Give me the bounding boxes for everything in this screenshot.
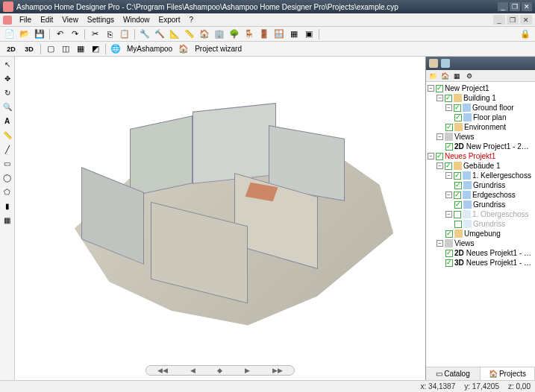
nav-center-icon[interactable]: ◆ (217, 367, 222, 374)
tree-building[interactable]: −Gebäude 1 (428, 161, 534, 171)
measure-icon[interactable]: 📏 (1, 129, 13, 142)
nav-control[interactable]: ◀◀ ◀ ◆ ▶ ▶▶ (146, 365, 295, 376)
view-icon[interactable]: ◩ (89, 42, 102, 55)
tree-views[interactable]: −Views (428, 132, 534, 142)
tree-floorplan[interactable]: Floor plan (428, 113, 534, 122)
tool-icon[interactable]: 🪑 (243, 28, 256, 40)
globe-icon[interactable]: 🌐 (109, 42, 122, 55)
grid-icon[interactable]: ▦ (1, 214, 13, 227)
tree-project[interactable]: −Neues Projekt1 (428, 151, 534, 161)
tab-catalog[interactable]: ▭Catalog (426, 367, 481, 380)
line-icon[interactable]: ╱ (1, 143, 13, 156)
view-icon[interactable]: ◫ (59, 42, 72, 55)
tree-views[interactable]: −Views (428, 238, 534, 248)
tool-icon[interactable]: 📏 (183, 28, 196, 40)
tree-view-2d[interactable]: 2DNew Project1 - 2D View (428, 142, 534, 151)
fill-icon[interactable]: ▮ (1, 200, 13, 212)
circle-icon[interactable]: ◯ (1, 171, 13, 184)
tree-floor[interactable]: −Erdgeschoss (428, 190, 534, 200)
text-icon[interactable]: A (1, 115, 13, 127)
panel-toolbar: 📁 🏠 ▦ ⚙ (426, 70, 535, 82)
tree-view-3d[interactable]: 3DNeues Projekt1 - 3D-Ansich (428, 258, 534, 268)
tab-3d[interactable]: 3D (21, 42, 37, 55)
project-tree[interactable]: −New Project1 −Building 1 −Ground floor … (426, 82, 535, 367)
view-icon[interactable]: ▦ (74, 42, 87, 55)
tree-floor[interactable]: −Ground floor (428, 103, 534, 113)
tool-icon[interactable]: ▦ (287, 28, 301, 40)
tree-floor[interactable]: −1. Kellergeschoss (428, 171, 534, 180)
tool-icon[interactable]: 🔨 (153, 28, 166, 40)
render-canvas[interactable] (23, 63, 417, 374)
tree-project[interactable]: −New Project1 (428, 83, 534, 93)
rect-icon[interactable]: ▭ (1, 157, 13, 170)
viewport-3d[interactable]: ◀◀ ◀ ◆ ▶ ▶▶ (15, 57, 425, 380)
pan-icon[interactable]: ✥ (1, 72, 13, 85)
poly-icon[interactable]: ⬠ (1, 186, 13, 198)
menu-help[interactable]: ? (184, 14, 198, 25)
redo-icon[interactable]: ↷ (68, 28, 81, 40)
paste-icon[interactable]: 📋 (118, 28, 131, 40)
select-icon[interactable]: ↖ (1, 58, 13, 71)
toolbar-view: 2D 3D ▢ ◫ ▦ ◩ 🌐 MyAshampoo 🏠 Project wiz… (0, 42, 535, 57)
mdi-close-button[interactable]: ✕ (520, 15, 532, 25)
mdi-restore-button[interactable]: ❐ (507, 15, 519, 25)
zoom-icon[interactable]: 🔍 (1, 101, 13, 113)
help-icon[interactable]: 🔒 (519, 28, 532, 40)
menu-settings[interactable]: Settings (83, 14, 119, 25)
tool-icon[interactable]: 🚪 (257, 28, 271, 40)
tool-icon[interactable]: 🪟 (272, 28, 286, 40)
separator (49, 29, 50, 39)
close-button[interactable]: ✕ (522, 2, 532, 11)
tree-building[interactable]: −Building 1 (428, 93, 534, 103)
panel-tool-icon[interactable]: 🏠 (440, 71, 450, 80)
project-wizard-link[interactable]: Project wizard (192, 45, 245, 53)
myashampoo-link[interactable]: MyAshampoo (124, 45, 175, 53)
nav-back-icon[interactable]: ◀ (190, 367, 195, 374)
menu-export[interactable]: Export (154, 14, 185, 25)
nav-fwd-icon[interactable]: ▶ (245, 367, 250, 374)
tree-environment[interactable]: Umgebung (428, 229, 534, 238)
wizard-icon[interactable]: 🏠 (177, 42, 190, 55)
tree-floorplan[interactable]: Grundriss (428, 219, 534, 229)
tool-icon[interactable]: ▣ (302, 28, 316, 40)
menu-window[interactable]: Window (119, 14, 154, 25)
cut-icon[interactable]: ✂ (88, 28, 101, 40)
app-icon (3, 1, 13, 12)
tab-projects[interactable]: 🏠Projects (481, 367, 535, 380)
separator (134, 29, 135, 39)
tree-environment[interactable]: Environment (428, 122, 534, 132)
nav-prev-icon[interactable]: ◀◀ (157, 367, 168, 374)
open-icon[interactable]: 📂 (18, 28, 31, 40)
tree-floorplan[interactable]: Grundriss (428, 200, 534, 209)
tool-icon[interactable]: 🏠 (198, 28, 211, 40)
rotate-icon[interactable]: ↻ (1, 86, 13, 99)
tab-2d[interactable]: 2D (3, 42, 19, 55)
save-icon[interactable]: 💾 (33, 28, 46, 40)
menu-view[interactable]: View (57, 14, 83, 25)
copy-icon[interactable]: ⎘ (103, 28, 116, 40)
menu-edit[interactable]: Edit (36, 14, 57, 25)
panel-tool-icon[interactable]: 📁 (428, 71, 438, 80)
separator (105, 44, 106, 54)
view-icon[interactable]: ▢ (44, 42, 57, 55)
tool-icon[interactable]: 🌳 (228, 28, 241, 40)
nav-next-icon[interactable]: ▶▶ (272, 367, 283, 374)
left-toolbar: ↖ ✥ ↻ 🔍 A 📏 ╱ ▭ ◯ ⬠ ▮ ▦ (0, 57, 15, 380)
tool-icon[interactable]: 🔧 (138, 28, 151, 40)
maximize-button[interactable]: ❐ (510, 2, 520, 11)
tool-icon[interactable]: 🏢 (213, 28, 226, 40)
tool-icon[interactable]: 📐 (168, 28, 181, 40)
tree-floor[interactable]: −1. Obergeschoss (428, 209, 534, 219)
menu-file[interactable]: File (15, 14, 36, 25)
undo-icon[interactable]: ↶ (53, 28, 66, 40)
mdi-minimize-button[interactable]: _ (493, 15, 505, 25)
panel-tool-icon[interactable]: ⚙ (464, 71, 474, 80)
status-z: z: 0,00 (508, 382, 531, 391)
tree-floorplan[interactable]: Grundriss (428, 180, 534, 190)
panel-tabs: ▭Catalog 🏠Projects (426, 367, 535, 380)
minimize-button[interactable]: _ (498, 2, 508, 11)
tree-view-2d[interactable]: 2DNeues Projekt1 - 2D-Ansich (428, 248, 534, 258)
panel-icon (429, 59, 438, 68)
new-icon[interactable]: 📄 (3, 28, 16, 40)
panel-tool-icon[interactable]: ▦ (452, 71, 462, 80)
